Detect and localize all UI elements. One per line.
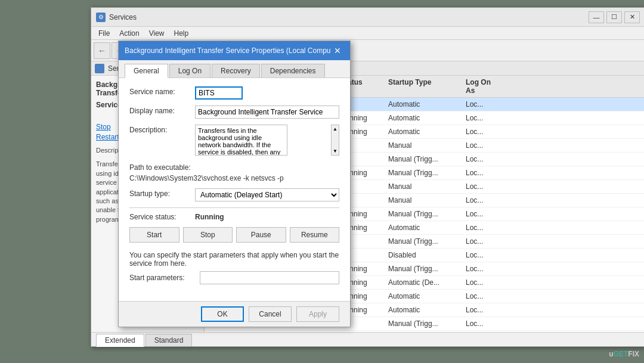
properties-dialog: Background Intelligent Transfer Service …: [118, 41, 351, 327]
display-name-input[interactable]: [195, 106, 339, 119]
service-status-row: Service status: Running: [129, 213, 339, 221]
start-params-row: Start parameters:: [129, 271, 339, 284]
divider-1: [129, 207, 339, 208]
service-name-label: Service name:: [129, 86, 195, 96]
resume-button[interactable]: Resume: [290, 227, 340, 243]
ok-button[interactable]: OK: [201, 306, 244, 322]
start-button[interactable]: Start: [129, 227, 179, 243]
startup-type-select[interactable]: Automatic (Delayed Start) Automatic Manu…: [195, 188, 339, 201]
service-buttons: Start Stop Pause Resume: [129, 227, 339, 243]
description-textarea[interactable]: Transfers files in the background using …: [195, 125, 287, 156]
modal-overlay: Background Intelligent Transfer Service …: [0, 0, 644, 363]
path-value: C:\Windows\System32\svchost.exe -k netsv…: [129, 174, 339, 182]
path-label: Path to executable:: [129, 163, 339, 172]
dialog-tab-recovery[interactable]: Recovery: [212, 64, 260, 77]
start-params-input[interactable]: [200, 271, 339, 284]
dialog-tabs: General Log On Recovery Dependencies: [119, 60, 350, 78]
service-name-row: Service name:: [129, 86, 339, 100]
description-row: Description: Transfers files in the back…: [129, 125, 339, 157]
params-description: You can specify the start parameters tha…: [129, 251, 339, 268]
dialog-close-button[interactable]: ✕: [331, 44, 344, 57]
startup-type-row: Startup type: Automatic (Delayed Start) …: [129, 188, 339, 201]
dialog-tab-logon[interactable]: Log On: [169, 64, 210, 77]
description-label: Description:: [129, 125, 195, 134]
service-status-value: Running: [195, 213, 224, 221]
dialog-tab-dependencies[interactable]: Dependencies: [261, 64, 325, 77]
display-name-label: Display name:: [129, 106, 195, 115]
dialog-footer: OK Cancel Apply: [119, 301, 350, 327]
apply-button[interactable]: Apply: [296, 306, 339, 322]
service-status-label: Service status:: [129, 213, 195, 221]
dialog-body: Service name: Display name: Description:…: [119, 78, 350, 301]
pause-button[interactable]: Pause: [236, 227, 286, 243]
display-name-row: Display name:: [129, 106, 339, 119]
dialog-title-bar: Background Intelligent Transfer Service …: [119, 41, 350, 60]
start-params-label: Start parameters:: [129, 274, 195, 282]
cancel-button[interactable]: Cancel: [249, 306, 292, 322]
service-name-input[interactable]: [195, 86, 243, 100]
dialog-tab-general[interactable]: General: [125, 64, 168, 78]
stop-button[interactable]: Stop: [183, 227, 233, 243]
dialog-title: Background Intelligent Transfer Service …: [125, 46, 331, 55]
startup-type-label: Startup type:: [129, 188, 195, 198]
